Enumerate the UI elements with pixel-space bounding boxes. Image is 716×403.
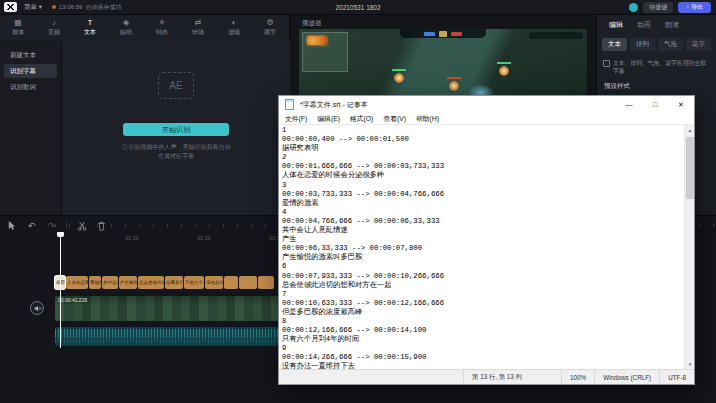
zoom-level: 100% — [561, 370, 594, 384]
hero-blob — [449, 81, 459, 91]
text-style-subtab[interactable]: 排列 — [630, 38, 655, 51]
notepad-line: 总会使彼此迫切的想和对方在一起 — [282, 281, 684, 290]
media-tab[interactable]: ◐ 滤镜 — [216, 15, 252, 41]
media-tab[interactable]: ▦ 媒体 — [0, 15, 36, 41]
undo-icon[interactable]: ↶ — [26, 220, 37, 231]
notepad-title: *字幕文件.srt - 记事本 — [300, 100, 368, 110]
notepad-line: 00:00:00,400 --> 00:00:01,500 — [282, 135, 684, 144]
clip-duration-label: 00:00:41:226 — [58, 297, 87, 303]
enemy-hp-bar — [447, 77, 461, 79]
media-tab[interactable]: ✳ 特效 — [144, 15, 180, 41]
sidebar-item[interactable]: 新建文本 — [4, 48, 57, 62]
notepad-line: 00:00:07,933,333 --> 00:00:10,266,666 — [282, 272, 684, 281]
notepad-app-icon — [285, 99, 294, 110]
inspector-tab[interactable]: 编辑 — [609, 20, 623, 30]
media-tab-label: 音频 — [48, 28, 60, 37]
text-style-subtab[interactable]: 文本 — [602, 38, 627, 51]
subtitle-clip[interactable]: 产生愉悦的激素叫多巴胺 — [119, 276, 137, 289]
notepad-line: 1 — [282, 126, 684, 135]
shortcuts-button[interactable]: 快捷键 — [643, 2, 673, 13]
recognize-subtitle-panel: AE 开始识别 ⓘ识别视频中的人声，开始识别后将自动 生成对应字幕 — [62, 41, 290, 215]
subtitle-clip[interactable]: 人体在恋爱的时候会分泌很多种 — [66, 276, 88, 289]
inspector-tab[interactable]: 朗读 — [665, 20, 679, 30]
notepad-line: 00:00:03,733,333 --> 00:00:04,766,666 — [282, 190, 684, 199]
menu-label: 菜单 ▾ — [24, 3, 42, 12]
preset-style-label: 预设样式 — [597, 75, 716, 91]
maximize-button[interactable]: □ — [642, 96, 668, 113]
close-button[interactable]: ✕ — [668, 96, 694, 113]
notepad-line: 没有办法一直维持下去 — [282, 362, 684, 369]
apply-all-row: 文本、排列、气泡、花字应用到全部字幕 — [597, 55, 716, 75]
inspector-tab[interactable]: 动画 — [637, 20, 651, 30]
playhead-line[interactable] — [60, 236, 61, 348]
mute-original-audio-button[interactable] — [30, 301, 44, 315]
notepad-line: 只有六个月到4年的时间 — [282, 335, 684, 344]
notepad-menu-item[interactable]: 文件(F) — [280, 114, 312, 124]
media-tab-icon: ⚙ — [266, 19, 273, 27]
player-title: 播放器 — [302, 19, 322, 28]
notepad-line: 但是多巴胺的浓度最高峰 — [282, 308, 684, 317]
scroll-down-icon[interactable]: ▾ — [685, 359, 694, 369]
notepad-text-area[interactable]: 1 00:00:00,400 --> 00:00:01,500 据研究表明 2 … — [279, 125, 684, 369]
subtitle-clip[interactable]: 只有六个月到4年的时间 — [184, 276, 204, 289]
apply-all-checkbox[interactable] — [603, 60, 610, 67]
subtitle-clip-text: 但是多巴胺的浓度最高峰 — [165, 276, 183, 289]
media-tab[interactable]: ⚙ 调节 — [252, 15, 288, 41]
media-tab-icon: ♪ — [52, 19, 56, 27]
notepad-line: 6 — [282, 262, 684, 271]
notepad-menu-item[interactable]: 编辑(E) — [312, 114, 345, 124]
notepad-menu-item[interactable]: 查看(V) — [378, 114, 411, 124]
subtitle-clip[interactable]: 总会使彼此迫切的想和对方在一起 — [138, 276, 164, 289]
notepad-menubar: 文件(F) 编辑(E) 格式(O) 查看(V) 帮助(H) — [279, 113, 694, 125]
encoding: UTF-8 — [659, 370, 694, 384]
avatar[interactable] — [629, 3, 638, 12]
notepad-scrollbar[interactable]: ▴ ▾ — [684, 125, 694, 369]
media-tab[interactable]: T 文本 — [72, 15, 108, 41]
line-ending: Windows (CRLF) — [594, 370, 659, 384]
media-tab[interactable]: ♪ 音频 — [36, 15, 72, 41]
subtitle-clip[interactable]: 没有办法一直维持下去 — [205, 276, 223, 289]
scroll-up-icon[interactable]: ▴ — [685, 125, 694, 135]
notepad-line: 其中会让人意乱情迷 — [282, 226, 684, 235]
subtitle-clip[interactable]: 其中会让人意乱情迷 — [102, 276, 118, 289]
ruler-label: 00:20 — [197, 235, 211, 241]
game-timer-icon — [439, 31, 447, 37]
media-tab[interactable]: ⇄ 转场 — [180, 15, 216, 41]
text-style-subtab[interactable]: 气泡 — [658, 38, 683, 51]
notepad-line: 00:00:04,766,666 --> 00:00:06,33,333 — [282, 217, 684, 226]
subtitle-clip[interactable] — [224, 276, 238, 289]
subtitle-clip-text: 没有办法一直维持下去 — [205, 276, 223, 289]
text-style-subtabs: 文本 排列 气泡 花字 — [597, 34, 716, 55]
notepad-statusbar: 第 13 行, 第 13 列 100% Windows (CRLF) UTF-8 — [279, 369, 694, 384]
media-tab-bar: ▦ 媒体 ♪ 音频 T 文本 ◈ 贴纸 ✳ 特效 — [0, 15, 290, 41]
export-button[interactable]: ↑ 导出 — [678, 2, 711, 13]
media-tab-icon: ✳ — [159, 19, 166, 27]
notepad-titlebar[interactable]: *字幕文件.srt - 记事本 — □ ✕ — [279, 96, 694, 113]
subtitle-clip[interactable] — [258, 276, 274, 289]
placeholder-icon: AE — [158, 72, 194, 99]
minimize-button[interactable]: — — [616, 96, 642, 113]
text-style-subtab[interactable]: 花字 — [686, 38, 711, 51]
subtitle-clip[interactable]: 但是多巴胺的浓度最高峰 — [165, 276, 183, 289]
notepad-line: 2 — [282, 153, 684, 162]
notepad-line: 00:00:12,166,666 --> 00:00:14,100 — [282, 326, 684, 335]
sidebar-item[interactable]: 识别字幕 — [4, 64, 57, 78]
notepad-line: 爱情的激素 — [282, 199, 684, 208]
media-tab[interactable]: ◈ 贴纸 — [108, 15, 144, 41]
inspector-tabs: 编辑 动画 朗读 — [597, 15, 716, 34]
select-cursor-icon[interactable] — [6, 220, 17, 231]
subtitle-clip-text: 爱情的激素 — [89, 276, 101, 289]
media-tab-label: 媒体 — [12, 28, 24, 37]
document-title: 20210531 1802 — [335, 4, 380, 11]
info-icon: ⓘ — [122, 144, 128, 150]
subtitle-clip[interactable]: 爱情的激素 — [89, 276, 101, 289]
hero-blob — [394, 73, 404, 83]
notepad-menu-item[interactable]: 帮助(H) — [411, 114, 444, 124]
subtitle-clip[interactable] — [239, 276, 257, 289]
media-tab-icon: T — [88, 19, 93, 27]
scrollbar-thumb[interactable] — [686, 137, 694, 199]
menu-button[interactable]: 菜单 ▾ — [24, 3, 42, 12]
notepad-menu-item[interactable]: 格式(O) — [345, 114, 378, 124]
start-recognize-button[interactable]: 开始识别 — [123, 123, 229, 136]
sidebar-item[interactable]: 识别歌词 — [4, 80, 57, 94]
